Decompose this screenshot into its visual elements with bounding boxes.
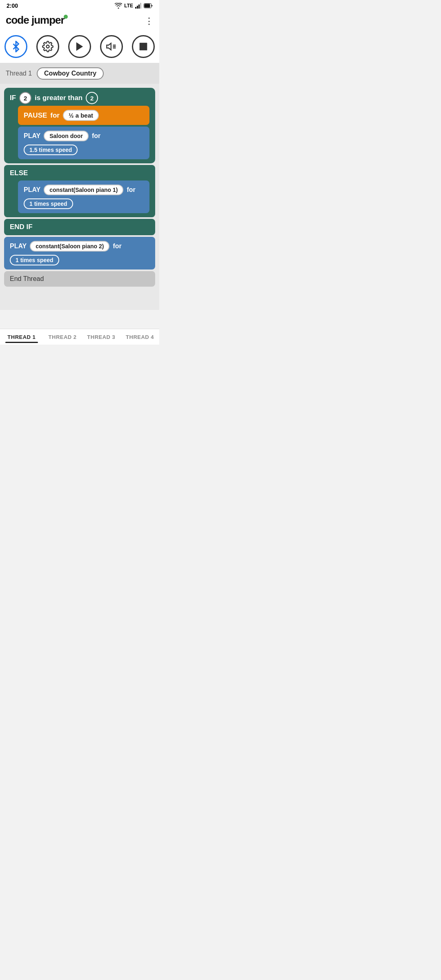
status-bar: 2:00 LTE [0, 0, 159, 11]
status-icons: LTE [115, 3, 153, 9]
volume-icon [106, 41, 117, 52]
thread-name-badge[interactable]: Cowboy Country [37, 67, 104, 80]
play1-speed[interactable]: 1.5 times speed [24, 145, 78, 155]
play2-speed[interactable]: 1 times speed [24, 198, 73, 209]
pause-block: PAUSE for ½ a beat [18, 106, 149, 125]
svg-rect-0 [135, 7, 136, 9]
svg-rect-1 [137, 6, 138, 9]
play-button[interactable] [68, 35, 91, 58]
if-body: PAUSE for ½ a beat PLAY Saloon door for … [18, 106, 149, 159]
endif-block: END IF [4, 219, 155, 235]
svg-marker-7 [76, 42, 83, 51]
pause-beat[interactable]: ½ a beat [63, 110, 99, 121]
volume-button[interactable] [100, 35, 123, 58]
end-thread-label: End Thread [10, 275, 44, 282]
if-value1[interactable]: 2 [19, 92, 31, 104]
empty-content [0, 310, 159, 329]
play3-for: for [113, 243, 121, 250]
thread-label: Thread 1 [6, 70, 32, 77]
status-time: 2:00 [7, 2, 18, 9]
more-button[interactable]: ⋮ [145, 16, 154, 27]
bluetooth-icon [10, 41, 22, 52]
signal-icon [135, 3, 142, 9]
play2-sound[interactable]: constant(Saloon piano 1) [44, 185, 123, 195]
tab1-indicator [5, 342, 38, 343]
logo: code jumper [6, 15, 68, 28]
svg-rect-2 [138, 4, 140, 9]
code-area: IF 2 is greater than 2 PAUSE for ½ a bea… [0, 84, 159, 310]
toolbar [0, 32, 159, 63]
app-header: code jumper ⋮ [0, 11, 159, 32]
tab2-label: THREAD 2 [49, 334, 77, 340]
tab-thread2[interactable]: THREAD 2 [45, 334, 81, 340]
logo-dot [64, 15, 68, 19]
tab1-label: THREAD 1 [7, 334, 36, 340]
else-block: ELSE PLAY constant(Saloon piano 1) for 1… [4, 165, 155, 217]
tab-thread4[interactable]: THREAD 4 [122, 334, 158, 340]
svg-rect-5 [145, 4, 150, 8]
wifi-icon [115, 3, 122, 9]
play1-for: for [92, 132, 100, 140]
pause-keyword: PAUSE [24, 111, 47, 120]
play3-keyword: PLAY [10, 243, 27, 250]
if-block: IF 2 is greater than 2 PAUSE for ½ a bea… [4, 88, 155, 163]
play1-sound[interactable]: Saloon door [44, 131, 89, 141]
svg-rect-3 [140, 3, 141, 9]
tab-thread3[interactable]: THREAD 3 [83, 334, 119, 340]
play3-speed[interactable]: 1 times speed [10, 255, 59, 265]
tab-thread1[interactable]: THREAD 1 [1, 334, 42, 343]
svg-marker-8 [107, 43, 111, 50]
pause-for: for [50, 111, 60, 120]
if-keyword: IF [10, 94, 16, 102]
stop-button[interactable] [132, 35, 155, 58]
bluetooth-button[interactable] [4, 35, 27, 58]
battery-icon [144, 3, 153, 8]
thread-header: Thread 1 Cowboy Country [0, 63, 159, 84]
stop-icon [138, 41, 149, 52]
else-body: PLAY constant(Saloon piano 1) for 1 time… [18, 180, 149, 213]
svg-point-6 [47, 45, 49, 48]
network-type: LTE [124, 3, 133, 9]
tab3-label: THREAD 3 [87, 334, 115, 340]
play1-keyword: PLAY [24, 132, 40, 140]
play2-keyword: PLAY [24, 186, 40, 194]
end-thread: End Thread [4, 271, 155, 287]
if-value2[interactable]: 2 [86, 92, 98, 104]
play-icon [74, 41, 85, 52]
svg-rect-12 [140, 43, 147, 51]
play2-block: PLAY constant(Saloon piano 1) for 1 time… [18, 180, 149, 213]
settings-button[interactable] [36, 35, 59, 58]
play3-sound[interactable]: constant(Saloon piano 2) [30, 241, 109, 252]
if-line: IF 2 is greater than 2 [10, 92, 149, 104]
endif-keyword: END IF [10, 223, 33, 231]
tab-bar: THREAD 1 THREAD 2 THREAD 3 THREAD 4 [0, 329, 159, 345]
if-condition: is greater than [35, 94, 82, 102]
settings-icon [42, 41, 53, 52]
logo-text: code jumper [6, 15, 65, 25]
play1-block: PLAY Saloon door for 1.5 times speed [18, 127, 149, 159]
play2-for: for [127, 186, 135, 194]
tab4-label: THREAD 4 [126, 334, 154, 340]
else-keyword: ELSE [10, 169, 28, 177]
play3-block: PLAY constant(Saloon piano 2) for 1 time… [4, 237, 155, 270]
